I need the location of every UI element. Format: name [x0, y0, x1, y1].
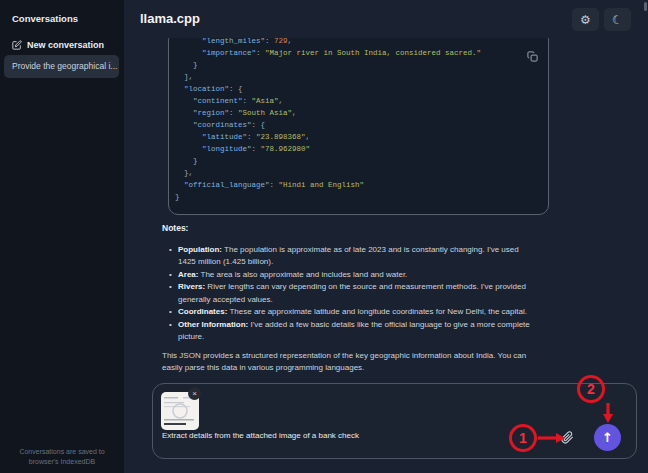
new-conversation-label: New conversation	[27, 40, 104, 50]
send-button[interactable]: ↑	[594, 424, 621, 451]
page-title: llama.cpp	[140, 11, 200, 26]
theme-toggle-button[interactable]: ☾	[604, 8, 631, 31]
edit-pencil-icon	[12, 36, 22, 54]
sidebar-item-conversation[interactable]: Provide the geographical i...	[4, 55, 119, 78]
sidebar-footer-note: Conversations are saved to browser's Ind…	[0, 447, 124, 467]
json-code-content: "length_miles": 729, "importance": "Majo…	[169, 38, 548, 207]
chat-input-container[interactable]: × Extract details from the attached imag…	[152, 383, 637, 459]
copy-code-button[interactable]	[524, 49, 540, 65]
list-item: Other Information: I've added a few basi…	[178, 319, 534, 344]
chat-messages-area: "length_miles": 729, "importance": "Majo…	[124, 38, 648, 372]
list-item: Area: The area is also approximate and i…	[178, 269, 534, 282]
assistant-message-text: Notes: Population: The population is app…	[162, 222, 534, 372]
list-item: Population: The population is approximat…	[178, 244, 534, 269]
header: llama.cpp ⚙ ☾	[124, 0, 648, 38]
notes-list: Population: The population is approximat…	[162, 244, 534, 344]
moon-icon: ☾	[612, 13, 623, 27]
gear-icon: ⚙	[580, 13, 591, 27]
notes-heading: Notes:	[162, 222, 534, 235]
message-input[interactable]: Extract details from the attached image …	[162, 431, 359, 440]
annotation-step-2-circle: 2	[577, 375, 605, 403]
arrow-up-icon: ↑	[602, 430, 613, 445]
annotation-step-1-circle: 1	[509, 424, 537, 452]
settings-button[interactable]: ⚙	[572, 8, 599, 31]
new-conversation-button[interactable]: New conversation	[12, 36, 104, 54]
scrollbar-thumb[interactable]	[644, 2, 647, 11]
close-icon: ×	[192, 389, 197, 398]
attach-file-button[interactable]	[558, 430, 576, 448]
closing-paragraph: This JSON provides a structured represen…	[162, 350, 534, 373]
list-item: Coordinates: These are approximate latit…	[178, 306, 534, 319]
paperclip-icon	[561, 432, 574, 447]
remove-attachment-button[interactable]: ×	[188, 387, 201, 400]
sidebar-title: Conversations	[12, 13, 78, 24]
sidebar: Conversations New conversation Provide t…	[0, 0, 124, 473]
app-window: "length_miles": 729, "importance": "Majo…	[0, 0, 648, 473]
json-code-block: "length_miles": 729, "importance": "Majo…	[168, 38, 549, 215]
copy-icon	[527, 50, 538, 65]
list-item: Rivers: River lengths can vary depending…	[178, 281, 534, 306]
